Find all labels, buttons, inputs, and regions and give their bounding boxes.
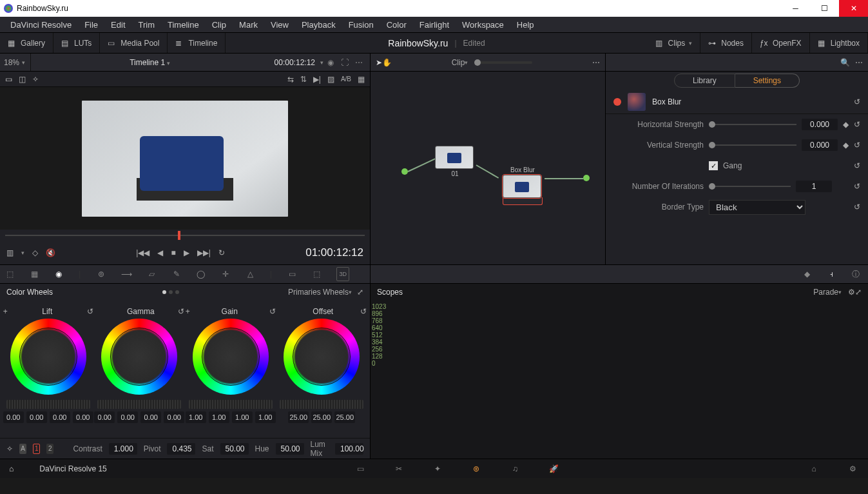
menu-davinci[interactable]: DaVinci Resolve <box>4 17 78 32</box>
loop-icon[interactable]: ↻ <box>218 248 225 257</box>
home-icon[interactable]: ⌂ <box>9 464 14 473</box>
timeline-button[interactable]: ≣Timeline <box>168 33 226 53</box>
hstrength-slider[interactable] <box>709 124 796 125</box>
reset-icon[interactable]: ↺ <box>854 203 860 212</box>
lightbox-button[interactable]: ▦Lightbox <box>810 33 868 53</box>
info-icon[interactable]: ⓘ <box>849 267 863 281</box>
ab-label[interactable]: A/B <box>341 75 351 83</box>
scopes-settings-icon[interactable]: ⚙ <box>848 288 855 297</box>
clips-button[interactable]: ▥Clips▾ <box>648 33 701 53</box>
hand-icon[interactable]: ✋ <box>382 58 392 67</box>
gang-checkbox[interactable]: ✓ <box>709 161 718 170</box>
wheels-mode[interactable]: Primaries Wheels <box>288 288 349 297</box>
iter-value[interactable]: 1 <box>796 181 832 192</box>
blur-icon[interactable]: △ <box>246 267 255 281</box>
rgb-mixer-icon[interactable]: ⊚ <box>96 267 105 281</box>
pointer-icon[interactable]: ➤ <box>376 58 382 67</box>
reset-icon[interactable]: ↺ <box>360 307 367 316</box>
still-icon[interactable]: ▥ <box>6 248 14 257</box>
tab-library[interactable]: Library <box>674 74 735 88</box>
first-frame-icon[interactable]: |◀◀ <box>136 248 149 257</box>
wand-icon[interactable]: ✧ <box>32 75 39 84</box>
fairlight-page-icon[interactable]: ♫ <box>508 464 521 473</box>
offset-wheel[interactable] <box>284 319 360 395</box>
scopes-mode[interactable]: Parade <box>813 288 838 297</box>
sat-value[interactable]: 50.00 <box>220 443 249 455</box>
reset-icon[interactable]: ↺ <box>854 141 860 150</box>
camera-raw-icon[interactable]: ⬚ <box>5 267 14 281</box>
curves-icon[interactable]: ▱ <box>148 267 157 281</box>
mediapool-button[interactable]: ▭Media Pool <box>100 33 168 53</box>
scopes-icon[interactable]: ⫞ <box>824 267 838 281</box>
key-icon[interactable]: ▭ <box>287 267 296 281</box>
contrast-value[interactable]: 1.000 <box>109 443 137 455</box>
timeline-name[interactable]: Timeline 1 <box>130 58 165 67</box>
swap-icon[interactable]: ⇆ <box>287 75 294 84</box>
grid-icon[interactable]: ▦ <box>358 75 365 84</box>
page-1[interactable]: 1 <box>33 444 40 454</box>
keyframes-icon[interactable]: ◆ <box>800 267 814 281</box>
fx-enable-dot[interactable] <box>613 98 621 106</box>
play-icon[interactable]: ▶ <box>184 248 189 257</box>
gamma-wheel[interactable] <box>101 319 177 395</box>
menu-edit[interactable]: Edit <box>104 17 131 32</box>
gain-jog[interactable] <box>189 400 273 409</box>
graph-input-dot[interactable] <box>401 168 408 175</box>
deliver-page-icon[interactable]: 🚀 <box>547 464 560 473</box>
layer-icon[interactable]: ◇ <box>32 248 38 257</box>
a-button[interactable]: A <box>19 444 26 454</box>
menu-trim[interactable]: Trim <box>132 17 162 32</box>
hstrength-value[interactable]: 0.000 <box>802 119 838 130</box>
menu-timeline[interactable]: Timeline <box>161 17 206 32</box>
pivot-value[interactable]: 0.435 <box>167 443 195 455</box>
menu-color[interactable]: Color <box>380 17 413 32</box>
reset-icon[interactable]: ↺ <box>269 307 276 316</box>
colormatch-icon[interactable]: ▦ <box>30 267 39 281</box>
project-settings-icon[interactable]: ⚙ <box>846 464 859 473</box>
viewer-viewport[interactable] <box>0 87 370 230</box>
offset-jog[interactable] <box>280 400 363 409</box>
picker-icon[interactable]: + <box>3 307 8 316</box>
vstrength-value[interactable]: 0.000 <box>802 139 838 151</box>
hue-value[interactable]: 50.00 <box>276 443 304 455</box>
close-button[interactable]: ✕ <box>839 0 868 17</box>
stop-icon[interactable]: ■ <box>171 248 175 257</box>
updown-icon[interactable]: ⇅ <box>300 75 307 84</box>
gain-wheel[interactable] <box>193 319 269 395</box>
menu-file[interactable]: File <box>78 17 104 32</box>
zoom-dropdown[interactable]: 18%▾ <box>4 54 31 71</box>
minimize-button[interactable]: ─ <box>781 0 810 17</box>
page-2[interactable]: 2 <box>46 444 53 454</box>
node-zoom-slider[interactable] <box>474 61 532 64</box>
keyframe-icon[interactable]: ◆ <box>843 120 849 129</box>
reset-icon[interactable]: ↺ <box>87 307 93 316</box>
search-icon[interactable]: 🔍 <box>840 58 850 67</box>
picker-icon[interactable]: + <box>186 307 190 316</box>
options-icon[interactable]: ⋯ <box>352 55 366 70</box>
menu-help[interactable]: Help <box>510 17 541 32</box>
border-select[interactable]: Black <box>709 200 805 215</box>
inspector-options-icon[interactable]: ⋯ <box>855 58 863 67</box>
node-options-icon[interactable]: ⋯ <box>592 58 600 67</box>
header-timecode[interactable]: 00:00:12:12 <box>269 58 320 67</box>
node-01[interactable]: 01 <box>435 146 475 177</box>
wheels-icon[interactable]: ◉ <box>54 267 63 281</box>
media-page-icon[interactable]: ▭ <box>354 464 367 473</box>
scopes-expand-icon[interactable]: ⤢ <box>855 288 862 297</box>
next-icon[interactable]: ▶| <box>313 75 321 84</box>
view-single-icon[interactable]: ▭ <box>5 75 12 84</box>
auto-icon[interactable]: ✧ <box>6 444 13 453</box>
3d-icon[interactable]: 3D <box>336 267 349 281</box>
fullscreen-icon[interactable]: ⛶ <box>338 55 352 70</box>
motion-icon[interactable]: ⟶ <box>121 267 132 281</box>
eyedrop-icon[interactable]: ✎ <box>172 267 181 281</box>
menu-workspace[interactable]: Workspace <box>456 17 510 32</box>
lummix-value[interactable]: 100.00 <box>335 443 363 455</box>
checker-icon[interactable]: ▨ <box>327 75 334 84</box>
wheels-expand-icon[interactable]: ⤢ <box>357 288 363 297</box>
mute-icon[interactable]: 🔇 <box>46 248 55 257</box>
menu-view[interactable]: View <box>264 17 295 32</box>
gallery-button[interactable]: ▦Gallery <box>0 33 53 53</box>
graph-output-dot[interactable] <box>583 175 590 181</box>
menu-playback[interactable]: Playback <box>295 17 342 32</box>
